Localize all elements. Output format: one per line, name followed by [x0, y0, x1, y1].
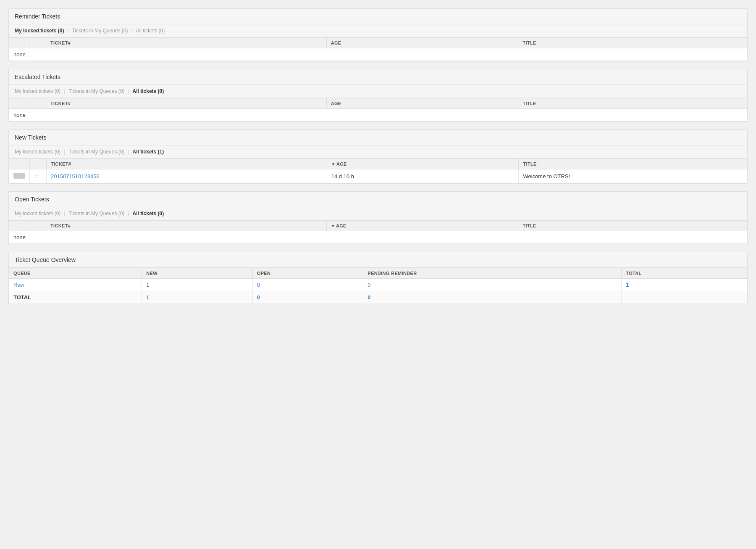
open-age-sort-arrow: ▼: [331, 224, 335, 228]
new-col-check: [9, 159, 30, 169]
queue-col-queue: QUEUE: [9, 268, 142, 279]
ticket-number-link[interactable]: 2015071510123456: [51, 173, 100, 179]
new-row-check: [9, 169, 30, 183]
sep4: |: [128, 88, 129, 94]
queue-total-pending: 0: [363, 291, 622, 304]
new-row-age: 14 d 10 h: [327, 169, 519, 183]
open-tickets-section: Open Tickets My locked tickets (0) | Tic…: [8, 191, 748, 244]
sep1: |: [67, 28, 68, 34]
escalated-col-ticket: TICKET#: [46, 98, 327, 109]
queue-raw-link[interactable]: Raw: [13, 282, 24, 288]
escalated-empty-row: none: [9, 109, 747, 121]
star-icon[interactable]: ☆: [34, 172, 39, 179]
new-row-title: Welcome to OTRS!: [519, 169, 747, 183]
sep5: |: [64, 149, 65, 155]
open-filter-queues[interactable]: Tickets in My Queues (0): [68, 211, 124, 216]
open-col-title: TITLE: [518, 221, 747, 231]
new-col-age[interactable]: ▼AGE: [327, 159, 519, 169]
age-sort-arrow: ▼: [331, 162, 336, 166]
open-table: TICKET# ▼AGE TITLE none: [9, 220, 747, 244]
new-row-star: ☆: [30, 169, 47, 183]
new-col-star: [30, 159, 47, 169]
open-empty-row: none: [9, 231, 747, 244]
new-table-row: ☆ 2015071510123456 14 d 10 h Welcome to …: [9, 169, 747, 183]
open-tickets-title: Open Tickets: [9, 192, 747, 207]
queue-raw-new: 1: [142, 279, 253, 291]
reminder-filter-queues[interactable]: Tickets in My Queues (0): [72, 28, 128, 34]
open-col-ticket: TICKET#: [46, 221, 327, 231]
escalated-filter-queues[interactable]: Tickets in My Queues (0): [68, 88, 124, 94]
escalated-col-star: [29, 98, 46, 109]
queue-col-pending: PENDING REMINDER: [363, 268, 622, 279]
reminder-col-check: [9, 38, 29, 48]
queue-raw-pending: 0: [363, 279, 622, 291]
open-filter-locked[interactable]: My locked tickets (0): [15, 211, 60, 216]
queue-overview-section: Ticket Queue Overview QUEUE NEW OPEN PEN…: [8, 252, 748, 304]
new-table-header: TICKET# ▼AGE TITLE: [9, 159, 747, 169]
reminder-filter-all[interactable]: All tickets (0): [136, 28, 165, 34]
queue-col-open: OPEN: [252, 268, 363, 279]
reminder-empty-row: none: [9, 48, 747, 61]
new-col-ticket: TICKET#: [47, 159, 327, 169]
queue-total-total: [622, 291, 747, 304]
queue-raw-open: 0: [252, 279, 363, 291]
open-empty-cell: none: [9, 231, 747, 244]
queue-col-new: NEW: [142, 268, 253, 279]
new-tickets-title: New Tickets: [9, 130, 747, 145]
escalated-col-title: TITLE: [518, 98, 747, 109]
new-filter-locked[interactable]: My locked tickets (0): [15, 149, 60, 155]
new-table: TICKET# ▼AGE TITLE ☆ 2015071510123456 14…: [9, 158, 747, 183]
reminder-tickets-section: Reminder Tickets My locked tickets (0) |…: [8, 8, 748, 61]
queue-overview-table: QUEUE NEW OPEN PENDING REMINDER TOTAL Ra…: [9, 268, 747, 304]
open-col-star: [29, 221, 46, 231]
escalated-tickets-title: Escalated Tickets: [9, 69, 747, 85]
reminder-col-star: [29, 38, 46, 48]
new-filter-queues[interactable]: Tickets in My Queues (0): [68, 149, 124, 155]
escalated-filter-all[interactable]: All tickets (0): [133, 88, 164, 94]
new-row-ticket: 2015071510123456: [47, 169, 327, 183]
escalated-filter-locked[interactable]: My locked tickets (0): [15, 88, 60, 94]
reminder-col-title: TITLE: [518, 38, 747, 48]
open-table-header: TICKET# ▼AGE TITLE: [9, 221, 747, 231]
open-col-age[interactable]: ▼AGE: [326, 221, 518, 231]
queue-table-header: QUEUE NEW OPEN PENDING REMINDER TOTAL: [9, 268, 747, 279]
escalated-table: TICKET# AGE TITLE none: [9, 98, 747, 121]
queue-overview-title: Ticket Queue Overview: [9, 252, 747, 268]
queue-name-raw: Raw: [9, 279, 142, 291]
open-col-check: [9, 221, 29, 231]
queue-row-raw: Raw 1 0 0 1: [9, 279, 747, 291]
escalated-empty-cell: none: [9, 109, 747, 121]
sep7: |: [64, 211, 65, 216]
escalated-col-age: AGE: [326, 98, 518, 109]
queue-raw-total: 1: [622, 279, 747, 291]
new-filter-bar: My locked tickets (0) | Tickets in My Qu…: [9, 145, 747, 158]
reminder-col-age: AGE: [326, 38, 518, 48]
reminder-col-ticket: TICKET#: [46, 38, 327, 48]
escalated-col-check: [9, 98, 29, 109]
escalated-filter-bar: My locked tickets (0) | Tickets in My Qu…: [9, 85, 747, 98]
new-col-title: TITLE: [519, 159, 747, 169]
escalated-tickets-section: Escalated Tickets My locked tickets (0) …: [8, 69, 748, 122]
new-tickets-section: New Tickets My locked tickets (0) | Tick…: [8, 129, 748, 184]
reminder-table-header: TICKET# AGE TITLE: [9, 38, 747, 48]
queue-total-row: TOTAL 1 0 0: [9, 291, 747, 304]
reminder-filter-bar: My locked tickets (0) | Tickets in My Qu…: [9, 24, 747, 37]
escalated-table-header: TICKET# AGE TITLE: [9, 98, 747, 109]
new-filter-all[interactable]: All tickets (1): [133, 149, 164, 155]
checkbox-placeholder[interactable]: [13, 173, 25, 179]
queue-total-label: TOTAL: [9, 291, 142, 304]
sep3: |: [64, 88, 65, 94]
queue-col-total: TOTAL: [622, 268, 747, 279]
queue-total-new: 1: [142, 291, 253, 304]
reminder-table: TICKET# AGE TITLE none: [9, 37, 747, 61]
sep8: |: [128, 211, 129, 216]
open-filter-all[interactable]: All tickets (0): [133, 211, 164, 216]
reminder-tickets-title: Reminder Tickets: [9, 9, 747, 24]
open-filter-bar: My locked tickets (0) | Tickets in My Qu…: [9, 207, 747, 220]
queue-total-open: 0: [252, 291, 363, 304]
reminder-empty-cell: none: [9, 48, 747, 61]
reminder-filter-locked[interactable]: My locked tickets (0): [15, 28, 64, 34]
sep6: |: [128, 149, 129, 155]
sep2: |: [131, 28, 132, 34]
